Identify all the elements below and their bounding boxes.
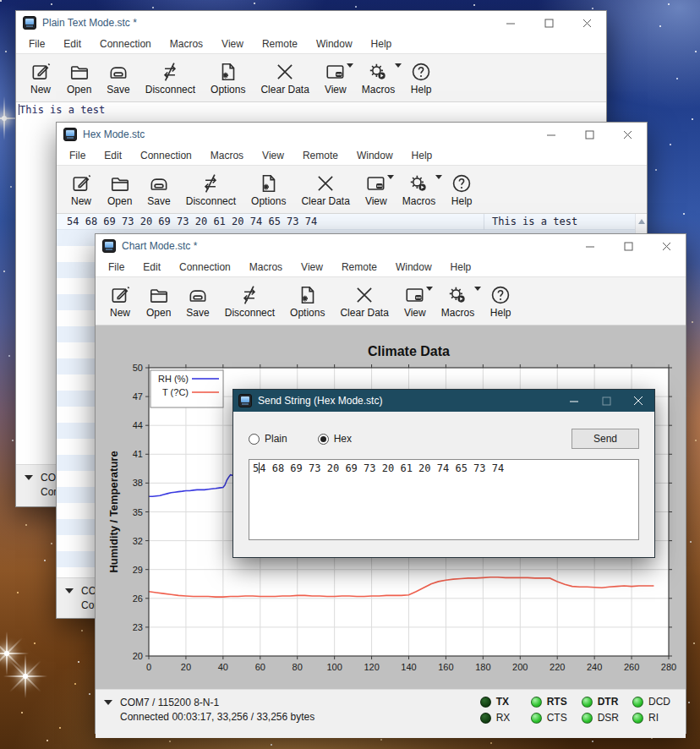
toolbar-button-macros[interactable]: Macros bbox=[436, 282, 479, 320]
toolbar-button-view[interactable]: View bbox=[320, 58, 352, 97]
radio-plain[interactable]: Plain bbox=[249, 433, 287, 445]
x-tick-label: 280 bbox=[661, 662, 676, 672]
y-axis-label: Humidity / Temperature bbox=[107, 451, 120, 572]
menu-view[interactable]: View bbox=[292, 261, 332, 273]
toolbar-button-options[interactable]: Options bbox=[205, 58, 250, 97]
toolbar-button-options[interactable]: Options bbox=[246, 170, 291, 209]
close-button[interactable] bbox=[609, 123, 647, 146]
led-label: DCD bbox=[648, 696, 670, 708]
minimize-button[interactable] bbox=[558, 390, 590, 412]
titlebar[interactable]: Plain Text Mode.stc * bbox=[16, 11, 606, 35]
toolbar-button-help[interactable]: Help bbox=[405, 58, 437, 97]
close-button[interactable] bbox=[568, 11, 606, 35]
toolbar-button-macros[interactable]: Macros bbox=[397, 170, 440, 209]
expander-icon[interactable] bbox=[25, 475, 33, 480]
toolbar-button-new[interactable]: New bbox=[104, 282, 136, 320]
radio-checked-icon[interactable] bbox=[318, 434, 329, 445]
expander-icon[interactable] bbox=[104, 700, 112, 705]
toolbar-button-help[interactable]: Help bbox=[446, 170, 478, 209]
connection-port: COM7 / 115200 8-N-1 bbox=[120, 696, 314, 710]
options-icon bbox=[297, 284, 319, 306]
minimize-button[interactable] bbox=[492, 11, 530, 35]
send-string-input[interactable]: 54 68 69 73 20 69 73 20 61 20 74 65 73 7… bbox=[249, 459, 639, 540]
toolbar-button-save[interactable]: Save bbox=[142, 170, 175, 209]
toolbar-button-open[interactable]: Open bbox=[62, 58, 96, 97]
close-button[interactable] bbox=[648, 234, 686, 258]
new-icon bbox=[70, 172, 92, 194]
menu-remote[interactable]: Remote bbox=[293, 150, 347, 161]
menu-view[interactable]: View bbox=[253, 150, 293, 161]
menu-window[interactable]: Window bbox=[307, 38, 362, 50]
menu-file[interactable]: File bbox=[99, 261, 134, 273]
led-label: CTS bbox=[547, 712, 567, 724]
toolbar-button-macros[interactable]: Macros bbox=[357, 58, 400, 97]
legend-label: RH (%) bbox=[158, 374, 189, 384]
menu-help[interactable]: Help bbox=[441, 261, 481, 273]
toolbar-button-help[interactable]: Help bbox=[484, 282, 517, 320]
menu-macros[interactable]: Macros bbox=[240, 261, 292, 273]
help-icon bbox=[410, 61, 432, 83]
radio-hex[interactable]: Hex bbox=[318, 433, 352, 445]
scroll-up-icon[interactable] bbox=[638, 219, 645, 224]
toolbar-button-open[interactable]: Open bbox=[141, 282, 176, 320]
menu-file[interactable]: File bbox=[60, 150, 95, 161]
window-title: Chart Mode.stc * bbox=[122, 240, 197, 252]
menu-macros[interactable]: Macros bbox=[201, 150, 253, 161]
radio-unchecked-icon[interactable] bbox=[249, 434, 260, 445]
toolbar-button-disconnect[interactable]: Disconnect bbox=[140, 58, 200, 97]
y-tick-label: 35 bbox=[133, 507, 143, 517]
connection-state: Connected 00:03:17, 33,256 / 33,256 byte… bbox=[120, 710, 314, 724]
menu-edit[interactable]: Edit bbox=[54, 38, 90, 50]
titlebar[interactable]: Hex Mode.stc bbox=[57, 123, 647, 146]
menu-view[interactable]: View bbox=[212, 38, 253, 50]
menu-edit[interactable]: Edit bbox=[134, 261, 170, 273]
toolbar-button-view[interactable]: View bbox=[360, 170, 392, 209]
radio-label: Plain bbox=[265, 433, 287, 445]
x-tick-label: 40 bbox=[218, 662, 228, 672]
minimize-button[interactable] bbox=[571, 234, 610, 258]
toolbar-button-options[interactable]: Options bbox=[285, 282, 330, 320]
toolbar-button-save[interactable]: Save bbox=[101, 58, 134, 97]
maximize-button[interactable] bbox=[571, 123, 609, 146]
menu-help[interactable]: Help bbox=[362, 38, 402, 50]
menu-help[interactable]: Help bbox=[402, 150, 442, 161]
toolbar-button-new[interactable]: New bbox=[65, 170, 97, 209]
toolbar-button-new[interactable]: New bbox=[25, 58, 57, 97]
toolbar-button-clear-data[interactable]: Clear Data bbox=[335, 282, 393, 320]
toolbar-button-clear-data[interactable]: Clear Data bbox=[255, 58, 314, 97]
toolbar-button-view[interactable]: View bbox=[399, 282, 431, 320]
dialog-titlebar[interactable]: Send String (Hex Mode.stc) bbox=[233, 390, 654, 412]
menu-connection[interactable]: Connection bbox=[131, 150, 201, 161]
options-icon bbox=[217, 61, 239, 83]
expander-icon[interactable] bbox=[65, 588, 74, 593]
close-button[interactable] bbox=[622, 390, 654, 412]
view-icon bbox=[325, 61, 347, 83]
toolbar-button-save[interactable]: Save bbox=[181, 282, 214, 320]
menu-remote[interactable]: Remote bbox=[253, 38, 307, 50]
app-icon bbox=[102, 239, 116, 253]
menu-window[interactable]: Window bbox=[386, 261, 441, 273]
toolbar-button-disconnect[interactable]: Disconnect bbox=[181, 170, 241, 209]
menu-window[interactable]: Window bbox=[347, 150, 402, 161]
menu-connection[interactable]: Connection bbox=[170, 261, 240, 273]
dropdown-caret-icon bbox=[347, 63, 353, 68]
toolbar-button-clear-data[interactable]: Clear Data bbox=[296, 170, 354, 209]
minimize-button[interactable] bbox=[533, 123, 571, 146]
menu-file[interactable]: File bbox=[19, 38, 54, 50]
toolbar-button-disconnect[interactable]: Disconnect bbox=[220, 282, 280, 320]
titlebar[interactable]: Chart Mode.stc * bbox=[96, 234, 686, 258]
menu-remote[interactable]: Remote bbox=[332, 261, 386, 273]
menu-connection[interactable]: Connection bbox=[90, 38, 161, 50]
dropdown-caret-icon bbox=[395, 63, 402, 68]
macros-icon bbox=[367, 61, 389, 83]
hex-data-row: 54 68 69 73 20 69 73 20 61 20 74 65 73 7… bbox=[57, 214, 647, 230]
menu-edit[interactable]: Edit bbox=[95, 150, 131, 161]
toolbar: NewOpenSaveDisconnectOptionsClear DataVi… bbox=[57, 165, 647, 214]
x-tick-label: 100 bbox=[326, 662, 342, 672]
toolbar-button-open[interactable]: Open bbox=[102, 170, 137, 209]
dropdown-caret-icon bbox=[426, 287, 433, 291]
maximize-button[interactable] bbox=[530, 11, 568, 35]
menu-macros[interactable]: Macros bbox=[161, 38, 212, 50]
send-button[interactable]: Send bbox=[571, 429, 639, 449]
maximize-button[interactable] bbox=[610, 234, 648, 258]
